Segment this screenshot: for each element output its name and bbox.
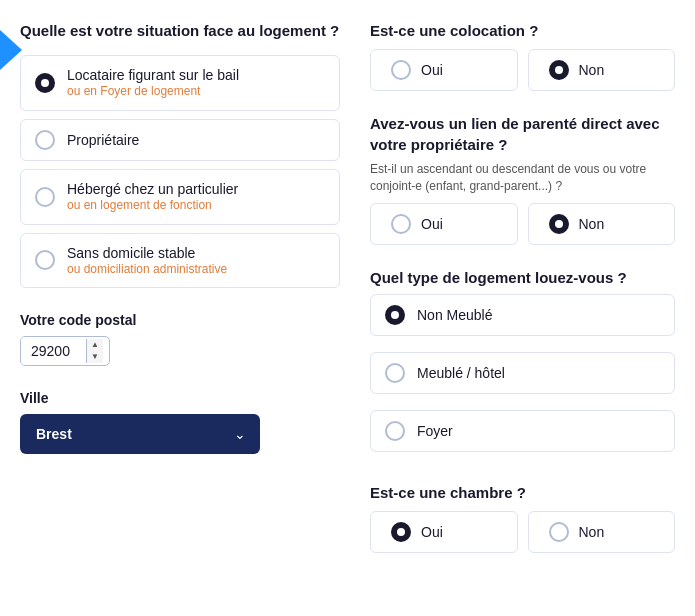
option-locataire[interactable]: Locataire figurant sur le bail ou en Foy… [20, 55, 340, 111]
locataire-sublabel: ou en Foyer de logement [67, 84, 239, 100]
radio-non-meuble [385, 305, 405, 325]
foyer-label: Foyer [417, 423, 453, 439]
postal-up-button[interactable]: ▲ [87, 339, 103, 351]
radio-locataire [35, 73, 55, 93]
colocation-question: Est-ce une colocation ? [370, 20, 675, 41]
situation-section: Quelle est votre situation face au logem… [20, 20, 340, 288]
parente-section: Avez-vous un lien de parenté direct avec… [370, 113, 675, 245]
radio-heberge [35, 187, 55, 207]
left-arrow-decoration [0, 30, 22, 70]
radio-foyer [385, 421, 405, 441]
radio-proprietaire [35, 130, 55, 150]
option-foyer[interactable]: Foyer [370, 410, 675, 452]
code-postal-label: Votre code postal [20, 312, 340, 328]
ville-label: Ville [20, 390, 340, 406]
chambre-radio-group: Oui Non [370, 511, 675, 553]
postal-spinners: ▲ ▼ [86, 339, 103, 363]
locataire-label: Locataire figurant sur le bail [67, 67, 239, 83]
heberge-sublabel: ou en logement de fonction [67, 198, 238, 214]
colocation-oui-option[interactable]: Oui [370, 49, 518, 91]
chambre-oui-label: Oui [421, 524, 443, 540]
non-meuble-label: Non Meublé [417, 307, 493, 323]
ville-select-wrapper: Brest ⌄ [20, 414, 260, 454]
chambre-non-option[interactable]: Non [528, 511, 676, 553]
parente-description: Est-il un ascendant ou descendant de vou… [370, 161, 675, 195]
postal-down-button[interactable]: ▼ [87, 351, 103, 363]
option-sans-domicile[interactable]: Sans domicile stable ou domiciliation ad… [20, 233, 340, 289]
parente-question: Avez-vous un lien de parenté direct avec… [370, 113, 675, 155]
chambre-question: Est-ce une chambre ? [370, 482, 675, 503]
colocation-section: Est-ce une colocation ? Oui Non [370, 20, 675, 91]
option-meuble[interactable]: Meublé / hôtel [370, 352, 675, 394]
sans-domicile-label: Sans domicile stable [67, 245, 195, 261]
meuble-label: Meublé / hôtel [417, 365, 505, 381]
colocation-non-option[interactable]: Non [528, 49, 676, 91]
ville-section: Ville Brest ⌄ [20, 390, 340, 454]
postal-input-wrapper: ▲ ▼ [20, 336, 110, 366]
parente-oui-option[interactable]: Oui [370, 203, 518, 245]
code-postal-input[interactable] [21, 337, 86, 365]
right-column: Est-ce une colocation ? Oui Non Avez-vou… [370, 20, 675, 575]
radio-colocation-oui [391, 60, 411, 80]
situation-question: Quelle est votre situation face au logem… [20, 20, 340, 41]
radio-parente-non [549, 214, 569, 234]
colocation-oui-label: Oui [421, 62, 443, 78]
colocation-radio-group: Oui Non [370, 49, 675, 91]
chambre-non-label: Non [579, 524, 605, 540]
type-logement-question: Quel type de logement louez-vous ? [370, 267, 675, 288]
parente-oui-label: Oui [421, 216, 443, 232]
radio-chambre-oui [391, 522, 411, 542]
chambre-oui-option[interactable]: Oui [370, 511, 518, 553]
sans-domicile-sublabel: ou domiciliation administrative [67, 262, 227, 278]
logement-options-group: Non Meublé Meublé / hôtel Foyer [370, 294, 675, 460]
option-proprietaire[interactable]: Propriétaire [20, 119, 340, 161]
proprietaire-label: Propriétaire [67, 132, 139, 148]
left-column: Quelle est votre situation face au logem… [20, 20, 340, 575]
radio-meuble [385, 363, 405, 383]
radio-chambre-non [549, 522, 569, 542]
option-heberge[interactable]: Hébergé chez un particulier ou en logeme… [20, 169, 340, 225]
colocation-non-label: Non [579, 62, 605, 78]
ville-select[interactable]: Brest [20, 414, 260, 454]
heberge-label: Hébergé chez un particulier [67, 181, 238, 197]
chambre-section: Est-ce une chambre ? Oui Non [370, 482, 675, 553]
radio-parente-oui [391, 214, 411, 234]
parente-non-option[interactable]: Non [528, 203, 676, 245]
type-logement-section: Quel type de logement louez-vous ? Non M… [370, 267, 675, 460]
postal-section: Votre code postal ▲ ▼ [20, 312, 340, 366]
radio-sans-domicile [35, 250, 55, 270]
option-non-meuble[interactable]: Non Meublé [370, 294, 675, 336]
radio-colocation-non [549, 60, 569, 80]
parente-non-label: Non [579, 216, 605, 232]
parente-radio-group: Oui Non [370, 203, 675, 245]
